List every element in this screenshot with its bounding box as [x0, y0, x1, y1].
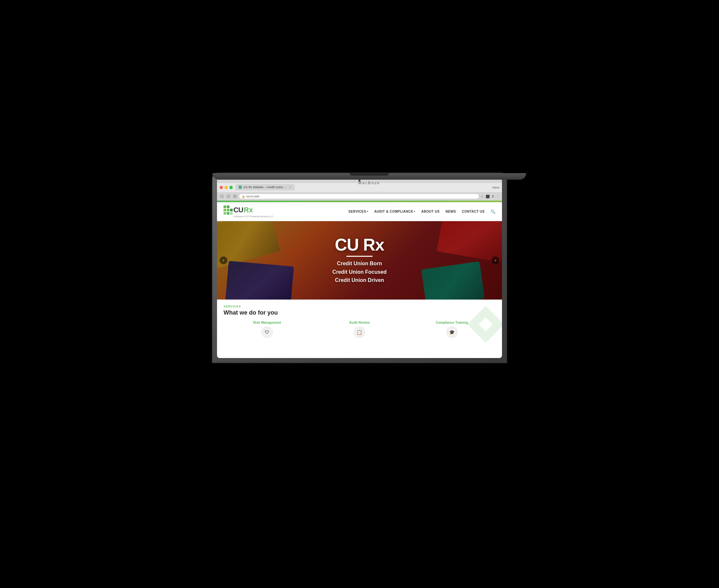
- logo-cell: [230, 212, 233, 215]
- alexa-label: Alexa: [492, 186, 499, 189]
- compliance-training-icon: 🎓: [446, 326, 458, 338]
- slider-next-button[interactable]: ›: [492, 256, 499, 264]
- compliance-training-label: Compliance Training: [436, 321, 468, 324]
- service-audit-review[interactable]: Audit Review 📋: [316, 321, 403, 338]
- hero-divider: [346, 256, 373, 257]
- slider-prev-button[interactable]: ‹: [220, 256, 227, 264]
- hero-section: ‹ CU Rx Credit Union Born Credit Union F…: [217, 221, 502, 299]
- prev-arrow-icon: ‹: [223, 258, 224, 262]
- logo-cell: [227, 209, 229, 211]
- camera: [358, 180, 361, 182]
- services-eyebrow: SERVICES: [224, 305, 495, 308]
- hero-line-2: Credit Union Focused: [332, 268, 387, 276]
- service-risk-management[interactable]: Risk Management 🛡: [224, 321, 311, 338]
- services-grid: Risk Management 🛡 Audit Review 📋 Complia…: [224, 321, 495, 338]
- audit-compliance-label: AUDIT & COMPLIANCE: [374, 210, 413, 213]
- logo-cu-text: CU: [233, 206, 243, 214]
- back-button[interactable]: ‹: [220, 194, 224, 198]
- hero-line-3: Credit Union Driven: [332, 276, 387, 285]
- hero-text: CU Rx Credit Union Born Credit Union Foc…: [332, 236, 387, 285]
- nav-audit-compliance[interactable]: AUDIT & COMPLIANCE ▾: [374, 210, 415, 213]
- services-heading: What we do for you: [224, 309, 495, 316]
- laptop-base: MacBook: [212, 173, 526, 180]
- nav-contact-us[interactable]: CONTACT US: [462, 210, 485, 213]
- reload-icon: ↻: [234, 195, 236, 198]
- about-us-label: ABOUT US: [421, 210, 439, 213]
- search-button[interactable]: 🔍: [491, 209, 495, 214]
- back-icon: ‹: [222, 195, 223, 198]
- tab-favicon: [239, 186, 242, 189]
- contact-us-label: CONTACT US: [462, 210, 485, 213]
- reload-button[interactable]: ↻: [233, 194, 237, 198]
- share-icon[interactable]: ⬆: [492, 195, 494, 198]
- logo-cell: [230, 209, 233, 211]
- site-nav: CU Rx A division of CP Financial Service…: [217, 202, 502, 221]
- audit-review-label: Audit Review: [349, 321, 370, 324]
- screen-bezel: CU Rx Website – Credit Union ... ✕ Alexa…: [217, 178, 502, 358]
- logo-cell: [224, 209, 226, 211]
- tab-close-icon[interactable]: ✕: [289, 186, 291, 189]
- audit-review-icon: 📋: [354, 326, 365, 338]
- services-dropdown-icon: ▾: [367, 210, 368, 213]
- site-logo: CU Rx A division of CP Financial Service…: [224, 206, 273, 217]
- decorative-shape: [466, 305, 502, 342]
- fullscreen-button[interactable]: [229, 186, 233, 189]
- nav-services[interactable]: SERVICES ▾: [348, 210, 368, 213]
- next-arrow-icon: ›: [495, 258, 496, 262]
- laptop-scene: CU Rx Website – Credit Union ... ✕ Alexa…: [212, 173, 507, 415]
- search-icon: 🔍: [491, 209, 495, 214]
- news-label: NEWS: [446, 210, 456, 213]
- nav-about-us[interactable]: ABOUT US: [421, 210, 439, 213]
- active-tab[interactable]: CU Rx Website – Credit Union ... ✕: [235, 184, 295, 190]
- hero-title: CU Rx: [332, 236, 387, 253]
- bookmark-icon[interactable]: ☆: [481, 195, 484, 198]
- forward-button[interactable]: ›: [226, 194, 231, 198]
- logo-cell: [227, 206, 229, 208]
- lock-icon: 🔒: [242, 195, 245, 198]
- forward-icon: ›: [228, 195, 229, 198]
- minimize-button[interactable]: [225, 186, 228, 189]
- logo-cell: [224, 212, 226, 215]
- risk-management-icon: 🛡: [261, 326, 273, 338]
- url-bar: ‹ › ↻ 🔒 cu-rx.com ☆ ⬛ ⬆: [217, 192, 502, 201]
- close-button[interactable]: [220, 186, 223, 189]
- risk-management-label: Risk Management: [253, 321, 281, 324]
- deco-svg: [466, 305, 502, 342]
- logo-cell: [224, 206, 226, 208]
- logo-cell: [230, 206, 233, 208]
- services-section: SERVICES What we do for you Risk Managem…: [217, 299, 502, 342]
- macbook-label: MacBook: [358, 181, 381, 185]
- logo-rx-text: Rx: [244, 206, 253, 214]
- logo-tagline: A division of CP Financial Services LLC: [233, 215, 273, 217]
- tab-title: CU Rx Website – Credit Union ...: [244, 186, 286, 189]
- laptop-lid: CU Rx Website – Credit Union ... ✕ Alexa…: [212, 173, 507, 363]
- hero-line-1: Credit Union Born: [332, 259, 387, 268]
- site-menu: SERVICES ▾ AUDIT & COMPLIANCE ▾ ABOUT US…: [348, 209, 495, 214]
- url-field[interactable]: 🔒 cu-rx.com: [239, 194, 479, 198]
- tab-bar: CU Rx Website – Credit Union ... ✕: [235, 185, 492, 190]
- logo-cell: [227, 212, 229, 215]
- traffic-lights: [220, 186, 233, 189]
- menu-icon[interactable]: ⋮: [496, 195, 499, 198]
- url-text: cu-rx.com: [246, 195, 260, 198]
- laptop-hinge-notch: [350, 173, 389, 176]
- hero-subtitle: Credit Union Born Credit Union Focused C…: [332, 259, 387, 285]
- logo-grid: [224, 206, 233, 215]
- nav-news[interactable]: NEWS: [446, 210, 456, 213]
- screenshot-icon[interactable]: ⬛: [486, 195, 490, 198]
- website-content: CU Rx A division of CP Financial Service…: [217, 202, 502, 358]
- logo-mark: CU Rx: [224, 206, 273, 215]
- services-label: SERVICES: [348, 210, 366, 213]
- audit-dropdown-icon: ▾: [414, 210, 415, 213]
- url-actions: ☆ ⬛ ⬆ ⋮: [481, 195, 499, 198]
